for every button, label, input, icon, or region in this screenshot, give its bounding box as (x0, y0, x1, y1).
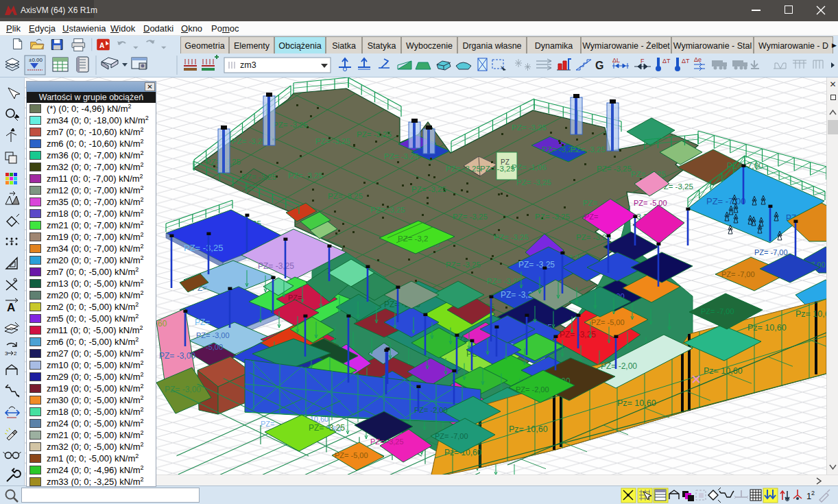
svg-text:Pz= 10,60: Pz= 10,60 (704, 366, 743, 376)
svg-text:A: A (7, 301, 15, 314)
svg-text:PZ= -3,25: PZ= -3,25 (384, 152, 419, 160)
svg-text:PZ= -3,25: PZ= -3,25 (232, 137, 267, 145)
svg-text:PZ= -3,25: PZ= -3,25 (288, 171, 323, 180)
svg-text:PZ= -3,25: PZ= -3,25 (571, 145, 606, 154)
svg-text:PZ= -7,00: PZ= -7,00 (701, 307, 734, 315)
svg-text:2: 2 (811, 490, 815, 496)
svg-text:zm3: zm3 (240, 60, 256, 70)
svg-text:PZ= -3,25: PZ= -3,25 (512, 123, 547, 132)
svg-text:PZ= -7,00: PZ= -7,00 (706, 196, 745, 206)
svg-text:PZ= -3,25: PZ= -3,25 (597, 165, 632, 173)
svg-text:PZ= -1,06: PZ= -1,06 (512, 163, 547, 171)
svg-text:PZ= -7,00: PZ= -7,00 (721, 270, 755, 278)
svg-text:PZ= -3,25: PZ= -3,25 (370, 437, 404, 446)
svg-text:60: 60 (158, 319, 167, 328)
svg-text:PZ= -5,00: PZ= -5,00 (634, 199, 667, 207)
svg-text:PZ=: PZ= (584, 213, 598, 221)
svg-text:PZ= -3,25: PZ= -3,25 (494, 233, 529, 241)
svg-text:Δe: Δe (694, 56, 702, 63)
svg-text:PZ= -3,25: PZ= -3,25 (241, 173, 276, 181)
svg-text:PZ= -3,25: PZ= -3,25 (357, 130, 392, 139)
svg-text:PZ= -3,25: PZ= -3,25 (258, 261, 294, 271)
svg-text:PZ= -3,25: PZ= -3,25 (411, 185, 446, 193)
svg-text:2: 2 (14, 350, 17, 357)
svg-text:PZ= -3,25: PZ= -3,25 (328, 192, 363, 200)
svg-text:Pz= 10,60: Pz= 10,60 (747, 323, 787, 333)
svg-text:PZ= -3,25: PZ= -3,25 (446, 165, 481, 173)
svg-text:ΔL: ΔL (612, 57, 620, 64)
svg-text:PZ= -3,25: PZ= -3,25 (184, 243, 223, 253)
svg-text:PZ= -3,2: PZ= -3,2 (398, 235, 428, 243)
svg-text:ΔT: ΔT (682, 58, 690, 64)
svg-text:PZ= -3,00: PZ= -3,00 (165, 385, 201, 394)
svg-text:PZ= -3,25: PZ= -3,25 (446, 261, 481, 269)
svg-text:PZ= -3,25: PZ= -3,25 (480, 165, 515, 173)
svg-text:±0.00: ±0.00 (29, 57, 43, 63)
svg-text:PZ= -3,25: PZ= -3,25 (518, 260, 555, 269)
svg-text:PZ= -5,00: PZ= -5,00 (335, 451, 368, 459)
svg-text:PZ=: PZ= (195, 317, 210, 327)
svg-text:PZ= -3,25: PZ= -3,25 (273, 121, 308, 129)
svg-text:PZ= -2,00: PZ= -2,00 (516, 385, 549, 394)
svg-text:-5,00: -5,00 (206, 343, 223, 351)
svg-text:PZ= -7,00: PZ= -7,00 (754, 248, 788, 256)
svg-text:PZ= -3,25: PZ= -3,25 (516, 178, 551, 187)
svg-text:Pz= 10,60: Pz= 10,60 (617, 398, 656, 408)
svg-text:PZ= -5,00: PZ= -5,00 (591, 318, 625, 326)
svg-text:PZ=: PZ= (261, 420, 274, 428)
svg-text:G: G (595, 60, 603, 71)
svg-text:PZ= -3,00: PZ= -3,00 (196, 331, 230, 339)
svg-text:PZ= -3,25: PZ= -3,25 (315, 137, 350, 145)
svg-text:PZ= -2,00: PZ= -2,00 (601, 361, 637, 371)
svg-text:ΔT: ΔT (662, 58, 671, 64)
svg-text:Pz= 10,60: Pz= 10,60 (509, 424, 548, 434)
svg-text:PZ= -7,00: PZ= -7,00 (435, 432, 468, 440)
svg-text:PZ= -3,00: PZ= -3,00 (159, 351, 195, 361)
svg-text:Pz= 10,60: Pz= 10,60 (795, 309, 826, 319)
svg-text:PZ= -3,25: PZ= -3,25 (309, 423, 345, 433)
svg-text:PZ= -3,25: PZ= -3,25 (370, 206, 405, 214)
svg-text:A: A (99, 42, 105, 49)
svg-text:PZ= -3,25: PZ= -3,25 (535, 213, 570, 221)
svg-text:PZ= -3,25: PZ= -3,25 (576, 233, 611, 241)
svg-text:PZ= -3,25: PZ= -3,25 (453, 213, 488, 221)
